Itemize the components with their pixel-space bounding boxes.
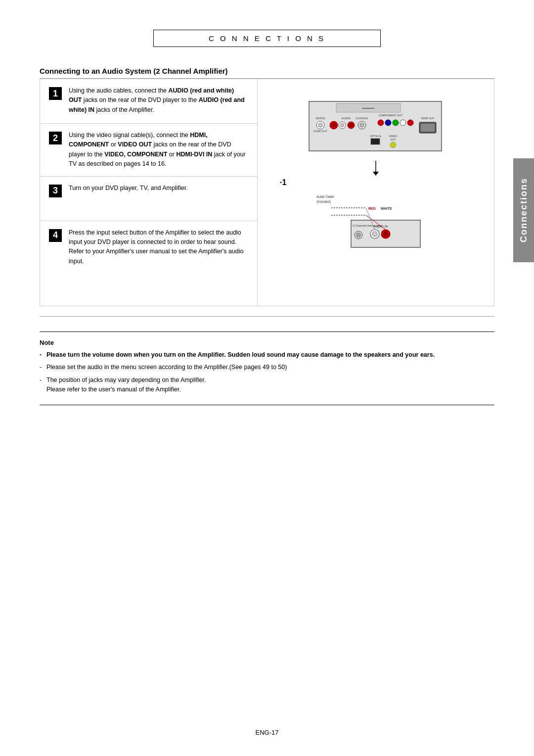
svg-text:WHITE: WHITE [381, 207, 392, 210]
svg-point-8 [332, 123, 336, 127]
svg-point-21 [400, 120, 406, 126]
diagram-column: ▪▪▪▪▪▪▪▪▪▪ WHITE AUDIO OUT AUDIO [257, 79, 494, 306]
svg-point-16 [360, 123, 364, 127]
amplifier-diagram: Audio Cable (Included) RED WHITE 2-Chann… [312, 188, 440, 252]
connection-arrow [366, 161, 386, 176]
step-4-text: Press the input select button of the Amp… [69, 228, 248, 267]
side-tab-label: Connections [519, 178, 529, 242]
step-3-number: 3 [49, 185, 62, 197]
svg-point-47 [383, 232, 388, 236]
svg-point-18 [378, 120, 384, 126]
note-label: Note [40, 339, 494, 346]
header-box: C O N N E C T I O N S [153, 30, 381, 47]
step-3: 3 Turn on your DVD player, TV, and Ampli… [40, 177, 257, 221]
header-title: C O N N E C T I O N S [209, 34, 325, 43]
side-tab: Connections [513, 158, 534, 262]
step-2-text: Using the video signal cable(s), connect… [69, 131, 248, 169]
svg-text:▪▪▪▪▪▪▪▪▪▪: ▪▪▪▪▪▪▪▪▪▪ [362, 106, 375, 110]
svg-text:VIDEO: VIDEO [389, 135, 398, 138]
content-row: 1 Using the audio cables, connect the AU… [40, 79, 494, 306]
svg-point-42 [356, 233, 360, 237]
step-4: 4 Press the input select button of the A… [40, 221, 257, 276]
svg-text:(Included): (Included) [316, 200, 331, 204]
bottom-divider [40, 316, 494, 317]
svg-text:WHITE: WHITE [315, 117, 325, 120]
svg-point-11 [341, 124, 344, 127]
svg-text:COAXIAL: COAXIAL [356, 117, 369, 120]
svg-rect-30 [421, 124, 435, 132]
svg-text:COMPONENT OUT: COMPONENT OUT [379, 114, 403, 117]
svg-text:OUT: OUT [390, 138, 396, 141]
svg-point-20 [393, 120, 399, 126]
step-4-number: 4 [49, 229, 62, 242]
note-item-2: Please set the audio in the menu screen … [40, 363, 494, 372]
svg-text:AUDIO OUT: AUDIO OUT [313, 130, 327, 133]
page-footer: ENG-17 [0, 729, 534, 736]
svg-point-22 [407, 120, 413, 126]
step-3-text: Turn on your DVD player, TV, and Amplifi… [69, 184, 188, 193]
step1-diagram-label: ·1 [280, 178, 286, 187]
svg-text:Audio Cable: Audio Cable [316, 195, 334, 198]
svg-text:OPTICAL: OPTICAL [370, 135, 382, 138]
step-2: 2 Using the video signal cable(s), conne… [40, 124, 257, 177]
step-1: 1 Using the audio cables, connect the AU… [40, 79, 257, 124]
svg-marker-32 [373, 172, 379, 176]
note-section: Note Please turn the volume down when yo… [40, 331, 494, 405]
step-1-number: 1 [49, 87, 62, 100]
note-item-3: The position of jacks may vary depending… [40, 376, 494, 395]
step-1-text: Using the audio cables, connect the AUDI… [69, 86, 248, 115]
svg-point-19 [385, 120, 391, 126]
page: Connections C O N N E C T I O N S Connec… [0, 0, 534, 756]
svg-point-27 [390, 142, 396, 148]
section-heading: Connecting to an Audio System (2 Channel… [40, 67, 228, 75]
dvd-panel-diagram: ▪▪▪▪▪▪▪▪▪▪ WHITE AUDIO OUT AUDIO [307, 92, 445, 161]
svg-text:AUDIO: AUDIO [341, 117, 351, 120]
svg-text:AUDIO IN: AUDIO IN [374, 225, 388, 228]
step-2-number: 2 [49, 132, 62, 144]
svg-rect-24 [371, 139, 380, 144]
page-number: ENG-17 [256, 729, 279, 736]
svg-text:RED: RED [368, 207, 376, 210]
svg-point-45 [372, 232, 377, 236]
note-item-1: Please turn the volume down when you tur… [40, 350, 494, 360]
section-heading-wrapper: Connecting to an Audio System (2 Channel… [40, 67, 494, 75]
svg-point-5 [318, 123, 322, 127]
svg-text:HDMI OUT: HDMI OUT [421, 117, 435, 120]
svg-point-13 [350, 124, 353, 127]
steps-column: 1 Using the audio cables, connect the AU… [40, 79, 257, 306]
